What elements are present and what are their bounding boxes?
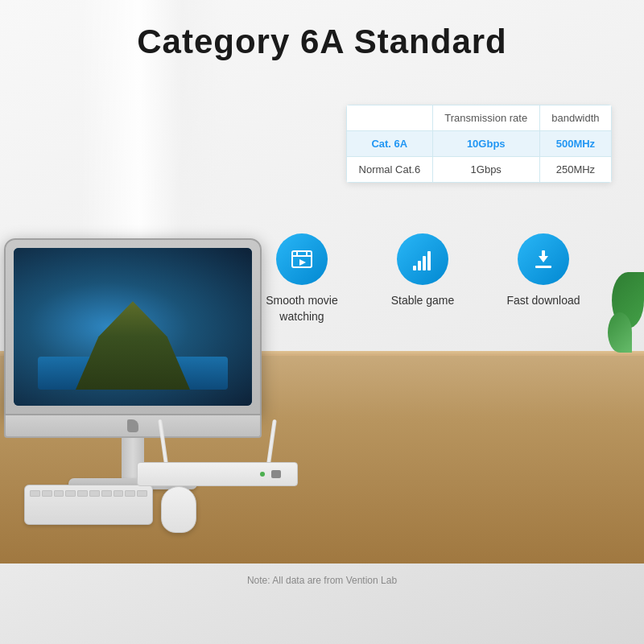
key-3 xyxy=(54,490,64,497)
game-icon xyxy=(410,246,436,272)
svg-rect-7 xyxy=(423,256,426,270)
key-1 xyxy=(30,490,40,497)
movie-icon xyxy=(289,246,315,272)
svg-rect-0 xyxy=(292,251,312,267)
cell-bandwidth-cat6a: 500MHz xyxy=(539,131,611,157)
movie-icon-circle xyxy=(276,233,328,285)
game-icon-circle xyxy=(397,233,448,285)
game-label: Stable game xyxy=(391,293,455,309)
svg-rect-6 xyxy=(418,261,421,270)
col-header-name xyxy=(347,105,433,131)
col-header-transmission: Transmission rate xyxy=(432,105,539,131)
router-port xyxy=(271,470,281,478)
imac-computer xyxy=(0,238,282,489)
key-9 xyxy=(125,490,135,497)
cell-name-cat6a: Cat. 6A xyxy=(347,131,433,157)
svg-rect-5 xyxy=(413,266,416,270)
footnote: Note: All data are from Vention Lab xyxy=(0,575,644,586)
download-label: Fast download xyxy=(506,293,580,309)
main-scene: Category 6A Standard Transmission rate b… xyxy=(0,0,644,644)
key-10 xyxy=(137,490,147,497)
imac-bezel xyxy=(4,238,262,415)
screen-content xyxy=(14,248,252,406)
keyboard xyxy=(24,485,153,525)
key-4 xyxy=(65,490,76,497)
cell-transmission-normalcat6: 1Gbps xyxy=(432,157,539,183)
svg-marker-4 xyxy=(299,259,306,266)
wifi-router xyxy=(137,462,298,486)
imac-chin xyxy=(4,415,262,438)
comparison-table: Transmission rate bandwidth Cat. 6A 10Gb… xyxy=(346,105,612,183)
router-body xyxy=(137,462,298,486)
router-led xyxy=(260,472,265,477)
table-row-cat6a: Cat. 6A 10Gbps 500MHz xyxy=(347,131,612,157)
key-7 xyxy=(101,490,112,497)
keyboard-keys xyxy=(25,485,152,502)
imac-screen xyxy=(14,248,252,406)
mouse xyxy=(161,486,196,533)
feature-download: Fast download xyxy=(491,233,596,309)
cell-transmission-cat6a: 10Gbps xyxy=(432,131,539,157)
svg-rect-9 xyxy=(535,266,551,268)
apple-logo-icon xyxy=(127,419,138,432)
table-row-normalcat6: Normal Cat.6 1Gbps 250MHz xyxy=(347,157,612,183)
features-section: Smooth movie watching Stable game xyxy=(250,233,628,324)
screen-island xyxy=(38,279,229,390)
col-header-bandwidth: bandwidth xyxy=(539,105,611,131)
island-mountain xyxy=(76,301,190,390)
download-icon xyxy=(530,246,556,272)
page-title: Category 6A Standard xyxy=(0,23,644,61)
cell-name-normalcat6: Normal Cat.6 xyxy=(347,157,433,183)
key-8 xyxy=(114,490,124,497)
key-6 xyxy=(89,490,100,497)
key-2 xyxy=(42,490,52,497)
download-icon-circle xyxy=(518,233,569,285)
cell-bandwidth-normalcat6: 250MHz xyxy=(539,157,611,183)
key-5 xyxy=(77,490,88,497)
svg-rect-8 xyxy=(427,251,431,270)
svg-rect-11 xyxy=(542,250,545,260)
feature-game: Stable game xyxy=(370,233,475,309)
